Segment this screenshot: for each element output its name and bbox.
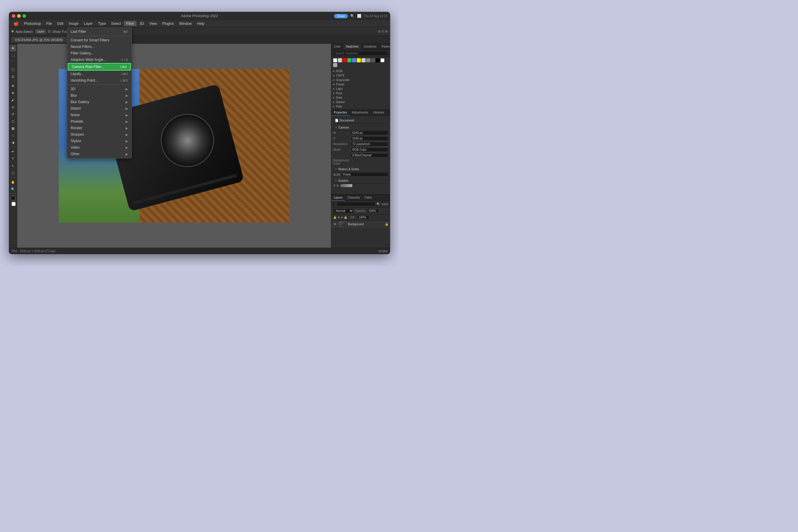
menu-camera-raw[interactable]: Camera Raw Filter... ⇧⌘A <box>68 63 131 71</box>
menu-adaptive-wide[interactable]: Adaptive Wide Angle... ⌥⇧A <box>67 56 132 63</box>
menu-filter-gallery[interactable]: Filter Gallery... <box>67 50 132 56</box>
menu-vanishing-point[interactable]: Vanishing Point... ⌥⌘V <box>67 77 132 84</box>
menu-last-filter[interactable]: Last Filter ⌘F <box>67 28 132 35</box>
menu-video[interactable]: Video ▶ <box>67 144 132 151</box>
menu-blur-gallery[interactable]: Blur Gallery ▶ <box>67 99 132 105</box>
menu-section-1: Last Filter ⌘F <box>67 27 132 36</box>
main-window: Adobe Photoshop 2022 Share 🔍 ⬜ Thu 10 Au… <box>9 12 390 254</box>
menu-section-3: 3D ▶ Blur ▶ Blur Gallery ▶ Distort ▶ Noi… <box>67 85 132 158</box>
menu-convert-smart[interactable]: Convert for Smart Filters <box>67 37 132 43</box>
menu-pixelate[interactable]: Pixelate ▶ <box>67 118 132 125</box>
filter-dropdown: Last Filter ⌘F Convert for Smart Filters… <box>67 27 132 158</box>
dropdown-overlay[interactable]: Last Filter ⌘F Convert for Smart Filters… <box>9 12 390 254</box>
menu-neural-filters[interactable]: Neural Filters... <box>67 43 132 50</box>
menu-sharpen[interactable]: Sharpen ▶ <box>67 131 132 138</box>
menu-other[interactable]: Other ▶ <box>67 151 132 157</box>
menu-render[interactable]: Render ▶ <box>67 125 132 131</box>
menu-section-2: Convert for Smart Filters Neural Filters… <box>67 36 132 85</box>
menu-distort[interactable]: Distort ▶ <box>67 105 132 112</box>
menu-liquify[interactable]: Liquify... ⇧⌘X <box>67 71 132 77</box>
menu-3d[interactable]: 3D ▶ <box>67 86 132 92</box>
menu-stylize[interactable]: Stylize ▶ <box>67 138 132 144</box>
menu-blur[interactable]: Blur ▶ <box>67 92 132 99</box>
menu-noise[interactable]: Noise ▶ <box>67 112 132 118</box>
